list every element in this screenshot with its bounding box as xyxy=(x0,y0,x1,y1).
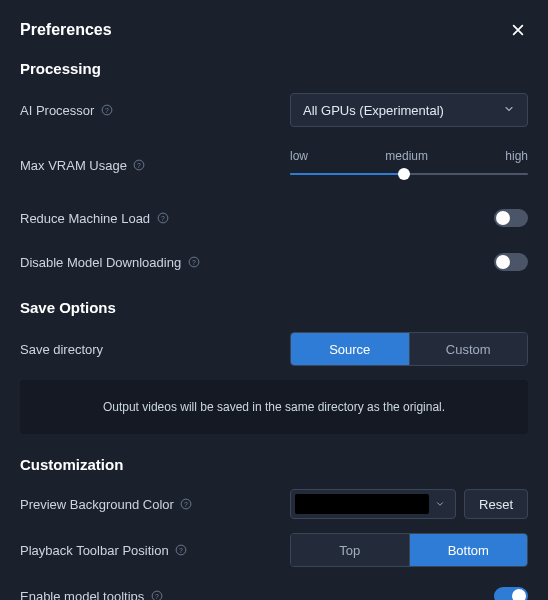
save-info-box: Output videos will be saved in the same … xyxy=(20,380,528,434)
help-icon[interactable]: ? xyxy=(156,212,169,225)
slider-tick-medium: medium xyxy=(385,149,428,163)
save-section-title: Save Options xyxy=(20,299,528,316)
toolbar-position-segmented: Top Bottom xyxy=(290,533,528,567)
bg-color-picker[interactable] xyxy=(290,489,456,519)
vram-label: Max VRAM Usage xyxy=(20,158,127,173)
bg-color-swatch xyxy=(295,494,429,514)
save-directory-custom[interactable]: Custom xyxy=(409,333,528,365)
ai-processor-select[interactable]: All GPUs (Experimental) xyxy=(290,93,528,127)
ai-processor-label: AI Processor xyxy=(20,103,94,118)
page-title: Preferences xyxy=(20,21,112,39)
reduce-load-toggle[interactable] xyxy=(494,209,528,227)
help-icon[interactable]: ? xyxy=(187,256,200,269)
chevron-down-icon xyxy=(429,497,451,512)
svg-text:?: ? xyxy=(179,547,183,554)
tooltips-label: Enable model tooltips xyxy=(20,589,144,601)
svg-text:?: ? xyxy=(155,593,159,600)
svg-text:?: ? xyxy=(185,501,189,508)
save-directory-source[interactable]: Source xyxy=(291,333,409,365)
bg-color-reset-button[interactable]: Reset xyxy=(464,489,528,519)
svg-text:?: ? xyxy=(138,162,142,169)
help-icon[interactable]: ? xyxy=(100,104,113,117)
save-directory-label: Save directory xyxy=(20,342,103,357)
ai-processor-value: All GPUs (Experimental) xyxy=(303,103,444,118)
help-icon[interactable]: ? xyxy=(133,159,146,172)
svg-text:?: ? xyxy=(192,259,196,266)
slider-tick-high: high xyxy=(505,149,528,163)
tooltips-toggle[interactable] xyxy=(494,587,528,600)
save-directory-segmented: Source Custom xyxy=(290,332,528,366)
customization-section-title: Customization xyxy=(20,456,528,473)
vram-slider[interactable] xyxy=(290,167,528,181)
disable-download-label: Disable Model Downloading xyxy=(20,255,181,270)
disable-download-toggle[interactable] xyxy=(494,253,528,271)
reduce-load-label: Reduce Machine Load xyxy=(20,211,150,226)
bg-color-label: Preview Background Color xyxy=(20,497,174,512)
toolbar-position-label: Playback Toolbar Position xyxy=(20,543,169,558)
svg-text:?: ? xyxy=(161,215,165,222)
svg-text:?: ? xyxy=(105,107,109,114)
toolbar-position-top[interactable]: Top xyxy=(291,534,409,566)
slider-tick-low: low xyxy=(290,149,308,163)
help-icon[interactable]: ? xyxy=(150,590,163,601)
processing-section-title: Processing xyxy=(20,60,528,77)
close-icon xyxy=(511,23,525,37)
close-button[interactable] xyxy=(508,20,528,40)
help-icon[interactable]: ? xyxy=(175,544,188,557)
help-icon[interactable]: ? xyxy=(180,498,193,511)
toolbar-position-bottom[interactable]: Bottom xyxy=(409,534,528,566)
chevron-down-icon xyxy=(503,103,515,118)
slider-thumb[interactable] xyxy=(398,168,410,180)
